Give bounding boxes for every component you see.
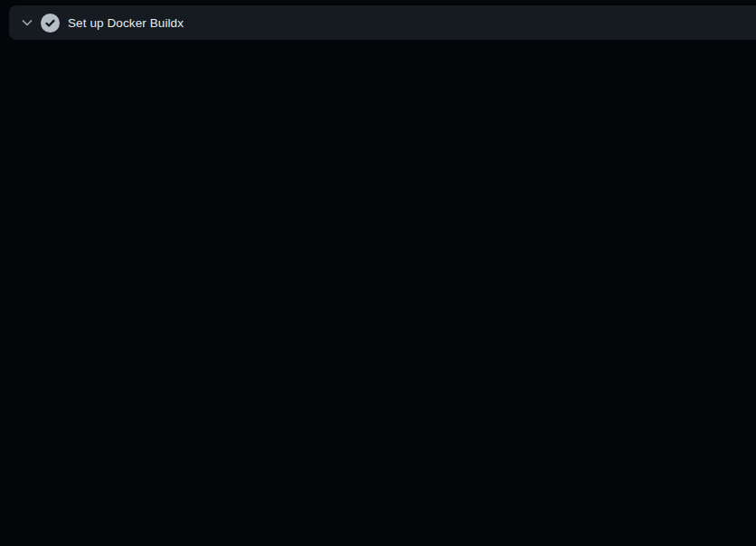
log-line: 127 "buildkit": "v0.11.3",	[0, 360, 756, 378]
log-line: 125 "status": "running",	[0, 324, 756, 342]
log-line: 134 }	[0, 488, 756, 506]
log-line: 96 github.com/docker/buildx 0.10.3+azure…	[0, 123, 756, 141]
log-line: 121 "nodes": [	[0, 250, 756, 268]
log-line: 128 "platforms": "linux/amd64,linux/amd6…	[0, 378, 756, 396]
log-line: 136 builder-d9cfb5a1-c764-445a-a57e-0b19…	[0, 524, 756, 542]
log-line: 94 ▼Buildx version	[0, 86, 756, 104]
success-check-icon	[41, 14, 60, 33]
chevron-down-icon[interactable]	[20, 15, 34, 30]
log-line: 100 ▶Booting builder	[0, 196, 756, 214]
log-line: 131 "name": "builder-d9cfb5a1-c764-445a-…	[0, 433, 756, 451]
log-line: 132 "driver": "docker-container",	[0, 451, 756, 469]
log-line: 98 /usr/bin/docker buildx create --name …	[0, 159, 756, 177]
step-header[interactable]: Set up Docker Buildx	[9, 5, 756, 40]
actions-log-viewer: Set up Docker Buildx 1 ▶Run ./ 7 ▶Docker…	[0, 0, 756, 546]
log-line: 133 "lastActivity": "2023-02-25T11:58:12…	[0, 469, 756, 487]
log-line: 129 }	[0, 397, 756, 415]
log-line: 135 ▼BuildKit version	[0, 506, 756, 524]
step-title: Set up Docker Buildx	[68, 16, 184, 30]
log-line: 120 {	[0, 232, 756, 250]
log-line: 123 "name": "builder-d9cfb5a1-c764-445a-…	[0, 287, 756, 305]
log-line: 122 {	[0, 268, 756, 287]
log-line: 130 ],	[0, 415, 756, 433]
log-line: 95 /usr/bin/docker buildx version	[0, 105, 756, 123]
log-line: 124 "endpoint": "unix:///var/run/docker.…	[0, 306, 756, 324]
log-line: 126 "buildkitd-flags": "--allow-insecure…	[0, 342, 756, 360]
log-area[interactable]: 1 ▶Run ./ 7 ▶Docker info 94 ▼Buildx vers…	[0, 40, 756, 546]
log-line: 99 builder-d9cfb5a1-c764-445a-a57e-0b19d…	[0, 177, 756, 195]
log-line: 119 ▼Inspect builder	[0, 214, 756, 232]
log-line: 1 ▶Run ./	[0, 50, 756, 68]
log-line: 97 ▼Creating a new builder instance	[0, 141, 756, 159]
log-line: 7 ▶Docker info	[0, 68, 756, 86]
